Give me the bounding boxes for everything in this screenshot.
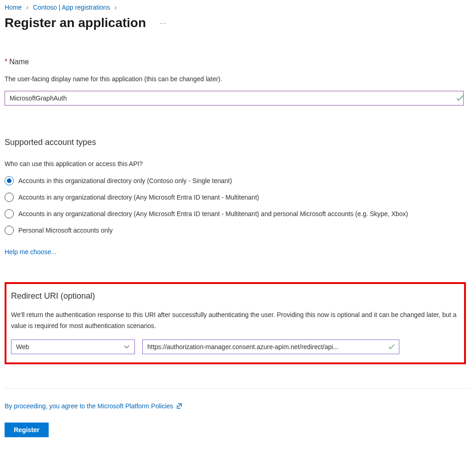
account-types-heading: Supported account types <box>5 138 471 147</box>
redirect-uri-input[interactable]: https://authorization-manager.consent.az… <box>142 339 399 354</box>
register-button[interactable]: Register <box>5 423 49 437</box>
radio-label: Personal Microsoft accounts only <box>18 225 112 235</box>
redirect-uri-value: https://authorization-manager.consent.az… <box>147 343 385 351</box>
name-label: *Name <box>5 58 29 66</box>
platform-policies-link[interactable]: By proceeding, you agree to the Microsof… <box>5 402 173 410</box>
redirect-uri-heading: Redirect URI (optional) <box>11 291 459 301</box>
breadcrumb: Home › Contoso | App registrations › <box>5 4 471 11</box>
more-icon[interactable]: ··· <box>160 19 167 27</box>
check-icon <box>388 343 395 351</box>
radio-icon <box>5 193 14 202</box>
account-type-option-single-tenant[interactable]: Accounts in this organizational director… <box>5 176 471 186</box>
divider <box>5 388 471 389</box>
breadcrumb-app-registrations[interactable]: Contoso | App registrations <box>33 4 110 11</box>
account-type-option-personal[interactable]: Personal Microsoft accounts only <box>5 225 471 235</box>
radio-label: Accounts in this organizational director… <box>18 176 232 186</box>
redirect-uri-section: Redirect URI (optional) We'll return the… <box>5 282 466 364</box>
account-types-radio-group: Accounts in this organizational director… <box>5 176 471 235</box>
external-link-icon <box>176 402 183 410</box>
help-me-choose-link[interactable]: Help me choose... <box>5 248 56 256</box>
redirect-uri-description: We'll return the authentication response… <box>11 309 459 331</box>
breadcrumb-home[interactable]: Home <box>5 4 22 11</box>
account-type-option-multitenant-personal[interactable]: Accounts in any organizational directory… <box>5 209 471 219</box>
chevron-right-icon: › <box>26 4 28 11</box>
chevron-right-icon: › <box>115 4 117 11</box>
name-input[interactable] <box>5 91 464 106</box>
account-types-question: Who can use this application or access t… <box>5 160 471 167</box>
radio-icon <box>5 226 14 235</box>
page-title: Register an application <box>5 16 146 30</box>
required-icon: * <box>5 58 7 66</box>
radio-label: Accounts in any organizational directory… <box>18 192 259 202</box>
redirect-platform-value: Web <box>16 343 29 351</box>
radio-icon <box>5 209 14 218</box>
name-hint: The user-facing display name for this ap… <box>5 75 471 83</box>
account-type-option-multitenant[interactable]: Accounts in any organizational directory… <box>5 192 471 202</box>
chevron-down-icon <box>123 344 130 350</box>
redirect-platform-select[interactable]: Web <box>11 339 135 354</box>
radio-icon <box>5 176 14 185</box>
radio-label: Accounts in any organizational directory… <box>18 209 408 219</box>
